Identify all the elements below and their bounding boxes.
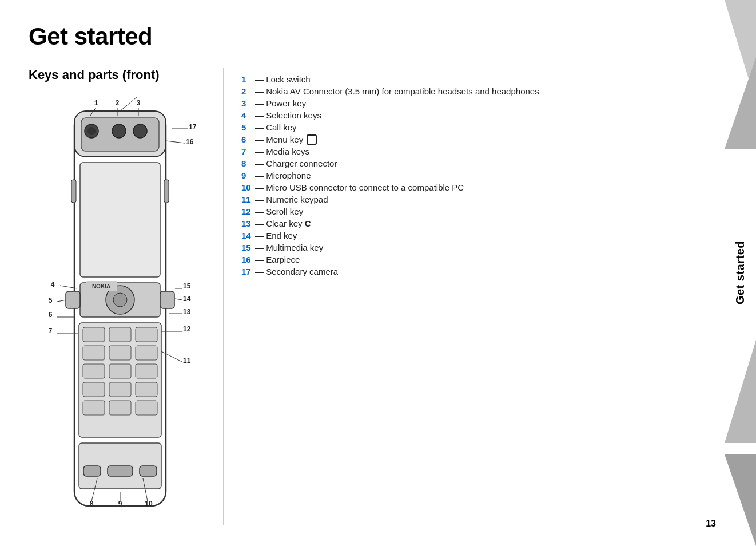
- svg-rect-20: [109, 346, 131, 360]
- legend-number: 12: [241, 205, 253, 217]
- svg-rect-22: [83, 364, 105, 378]
- legend-text: — Secondary camera: [255, 266, 338, 278]
- legend-text: — Selection keys: [255, 109, 321, 121]
- legend-item: 11— Numeric keypad: [241, 193, 725, 205]
- svg-point-12: [113, 293, 127, 307]
- phone-section: Keys and parts (front): [29, 68, 212, 525]
- legend-item: 16— Earpiece: [241, 254, 725, 266]
- legend-item: 3— Power key: [241, 97, 725, 109]
- legend-item: 7— Media keys: [241, 145, 725, 157]
- legend-text: — Clear key C: [255, 217, 311, 230]
- svg-line-71: [161, 351, 182, 362]
- svg-text:2: 2: [116, 99, 120, 107]
- tri-mid-bot: [725, 340, 756, 443]
- legend-item: 5— Call key: [241, 121, 725, 133]
- svg-text:4: 4: [51, 280, 55, 288]
- legend-item: 17— Secondary camera: [241, 266, 725, 278]
- legend-text: — Media keys: [255, 145, 309, 157]
- legend-number: 4: [241, 109, 253, 121]
- svg-text:3: 3: [137, 99, 141, 107]
- main-content: Get started Keys and parts (front): [0, 0, 725, 546]
- svg-line-65: [175, 299, 182, 300]
- legend-number: 11: [241, 193, 253, 205]
- legend-text: — Scroll key: [255, 205, 303, 217]
- svg-rect-24: [136, 364, 157, 378]
- svg-point-4: [87, 127, 96, 135]
- svg-text:11: 11: [183, 357, 191, 365]
- legend-text: — Call key: [255, 121, 297, 133]
- svg-text:13: 13: [183, 308, 191, 316]
- svg-rect-25: [83, 382, 105, 397]
- svg-rect-7: [80, 163, 160, 277]
- legend-item: 14— End key: [241, 230, 725, 242]
- legend-item: 9— Microphone: [241, 169, 725, 181]
- legend-number: 8: [241, 157, 253, 169]
- legend-number: 6: [241, 133, 253, 145]
- svg-rect-33: [83, 466, 101, 476]
- legend-number: 3: [241, 97, 253, 109]
- svg-text:12: 12: [183, 325, 191, 333]
- legend-item: 10— Micro USB connector to connect to a …: [241, 181, 725, 193]
- legend-number: 13: [241, 217, 253, 230]
- legend-number: 16: [241, 254, 253, 266]
- svg-line-47: [57, 300, 66, 302]
- svg-rect-27: [136, 382, 157, 397]
- svg-rect-29: [109, 401, 131, 415]
- legend-text: — Power key: [255, 97, 306, 109]
- legend-text: — Charger connector: [255, 157, 337, 169]
- svg-rect-21: [136, 346, 157, 360]
- tab-label-container: Get started: [725, 216, 756, 330]
- svg-rect-10: [160, 291, 174, 308]
- svg-rect-16: [83, 327, 105, 342]
- legend-text: — Numeric keypad: [255, 193, 328, 205]
- svg-text:1: 1: [94, 99, 98, 107]
- legend-number: 5: [241, 121, 253, 133]
- tri-mid-top: [725, 57, 756, 149]
- legend-item: 13— Clear key C: [241, 217, 725, 230]
- svg-text:7: 7: [49, 327, 53, 335]
- svg-rect-32: [108, 466, 133, 476]
- svg-rect-34: [140, 466, 157, 476]
- content-body: Keys and parts (front): [29, 68, 725, 525]
- tri-bot: [725, 454, 756, 546]
- svg-text:14: 14: [183, 295, 191, 303]
- svg-text:15: 15: [183, 282, 191, 290]
- sidebar-label: Get started: [729, 232, 751, 313]
- svg-rect-35: [71, 180, 76, 203]
- legend-number: 10: [241, 181, 253, 193]
- svg-text:16: 16: [186, 138, 194, 146]
- legend-text: — Microphone: [255, 169, 311, 181]
- legend-number: 9: [241, 169, 253, 181]
- legend-container: 1— Lock switch2— Nokia AV Connector (3.5…: [241, 73, 725, 278]
- svg-rect-19: [83, 346, 105, 360]
- svg-text:10: 10: [145, 500, 153, 508]
- legend-item: 12— Scroll key: [241, 205, 725, 217]
- legend-section: 1— Lock switch2— Nokia AV Connector (3.5…: [223, 68, 725, 525]
- legend-item: 6— Menu key: [241, 133, 725, 145]
- svg-rect-26: [109, 382, 131, 397]
- phone-illustration-svg: NOKIA: [40, 94, 200, 523]
- legend-text: — Menu key: [255, 133, 317, 145]
- legend-item: 2— Nokia AV Connector (3.5 mm) for compa…: [241, 85, 725, 97]
- legend-number: 7: [241, 145, 253, 157]
- legend-number: 1: [241, 73, 253, 85]
- sidebar-tab: Get started: [725, 0, 756, 546]
- svg-rect-36: [164, 180, 169, 203]
- legend-item: 1— Lock switch: [241, 73, 725, 85]
- legend-text: — Earpiece: [255, 254, 300, 266]
- svg-line-37: [120, 97, 137, 111]
- svg-text:NOKIA: NOKIA: [92, 283, 110, 290]
- svg-text:5: 5: [49, 296, 53, 304]
- legend-text: — End key: [255, 230, 297, 242]
- page-container: Get started Keys and parts (front): [0, 0, 756, 546]
- page-title: Get started: [29, 23, 725, 50]
- legend-text: — Multimedia key: [255, 242, 323, 254]
- legend-number: 17: [241, 266, 253, 278]
- legend-text: — Micro USB connector to connect to a co…: [255, 181, 464, 193]
- svg-point-5: [112, 124, 126, 138]
- svg-rect-23: [109, 364, 131, 378]
- section-title: Keys and parts (front): [29, 68, 212, 82]
- svg-rect-17: [109, 327, 131, 342]
- svg-rect-30: [136, 401, 157, 415]
- svg-rect-18: [136, 327, 157, 342]
